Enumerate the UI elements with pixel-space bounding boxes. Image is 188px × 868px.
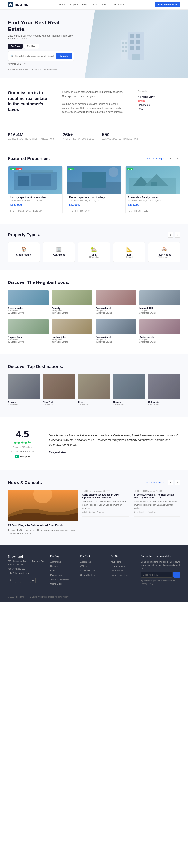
- dest-item-0[interactable]: Arizona 6 Properties: [8, 374, 40, 407]
- dest-item-4[interactable]: California 9 Properties: [148, 374, 180, 407]
- svg-rect-7: [136, 46, 140, 50]
- nav-home[interactable]: Home: [59, 3, 65, 6]
- svg-rect-5: [136, 40, 140, 44]
- footer-link[interactable]: Apartments: [80, 560, 105, 564]
- footer-link[interactable]: User's Guide: [50, 582, 74, 586]
- footer-link[interactable]: Retail Space: [111, 569, 135, 572]
- nbhd-item-6[interactable]: Bätzowviertel 3 Properties 45 Minutes Dr…: [96, 319, 136, 344]
- footer-link[interactable]: Terms & Conditions: [50, 578, 74, 581]
- property-card-2[interactable]: New Modern apartment on the bay 1202 San…: [66, 166, 122, 214]
- prev-arrow[interactable]: ‹: [168, 156, 173, 161]
- nbhd-item-1[interactable]: Beverly 5 Properties 40 Minutes Driving: [52, 290, 92, 315]
- news-meta-1: Administration 7 Views: [82, 511, 129, 514]
- newsletter-submit[interactable]: →: [173, 572, 180, 578]
- news-next[interactable]: ›: [175, 480, 180, 486]
- hero-image: [85, 9, 188, 79]
- property-meta-2: 🛏 2 For Rent 1983: [69, 208, 119, 212]
- newsletter-input[interactable]: [141, 572, 172, 578]
- news-see-all[interactable]: See All Articles ↗: [146, 481, 164, 484]
- dest-item-3[interactable]: Nevada 4 Properties: [113, 374, 145, 407]
- footer-link[interactable]: Commercial Office: [111, 574, 135, 577]
- footer-link[interactable]: Privacy Policy: [50, 574, 74, 577]
- dest-info-4: California 9 Properties: [148, 399, 180, 407]
- type-count-3: 1 Property: [116, 256, 142, 258]
- check-icon: ✓: [8, 68, 9, 70]
- footer-link[interactable]: Sports Centers: [80, 574, 105, 577]
- type-apartment[interactable]: 🏢 Apartment: [43, 242, 75, 262]
- footer-link[interactable]: Spaces Of City: [80, 569, 105, 572]
- see-reviews-link[interactable]: SEE ALL REVIEWS ON: [8, 451, 37, 453]
- featured-section: Featured Properties. See All Listing ↗ ‹…: [0, 146, 188, 224]
- news-date-1: TUTORIAL | November 20, 2021: [82, 490, 129, 492]
- site-logo[interactable]: finder land: [8, 2, 29, 7]
- news-prev[interactable]: ‹: [168, 480, 173, 486]
- facebook-icon[interactable]: f: [8, 578, 13, 583]
- tab-for-sale[interactable]: For Sale: [8, 44, 23, 49]
- footer-col-heading-0: For Buy: [50, 555, 74, 558]
- property-beds-2: 🛏 2: [69, 210, 73, 212]
- nav-contact[interactable]: Contact Us: [113, 3, 124, 6]
- badge-new-1: New: [9, 168, 16, 170]
- news-main-article[interactable]: 15 Best Blogs To Follow About Real Estat…: [8, 490, 78, 535]
- twitter-icon[interactable]: t: [15, 578, 21, 583]
- search-button[interactable]: Search: [56, 53, 72, 59]
- footer-grid: finder land 5171 Brynhurst Ave, Los Ange…: [8, 555, 180, 587]
- dest-name-4: California: [148, 401, 180, 403]
- property-address-1: 1070 Snake River, San Jose CA, 001: [10, 199, 60, 202]
- nav-blog[interactable]: Blog: [82, 3, 87, 6]
- nbhd-item-3[interactable]: Muswell Hill 4 Properties 20 Minutes Dri…: [139, 290, 180, 315]
- dest-item-1[interactable]: New York 8 Properties: [43, 374, 75, 407]
- type-name-1: Apartment: [46, 253, 72, 256]
- footer-link[interactable]: Offices: [80, 565, 105, 568]
- next-arrow[interactable]: ›: [175, 156, 180, 161]
- phone-button[interactable]: +359 566 56 96 98: [155, 2, 180, 7]
- nbhd-item-0[interactable]: Andersonvlle 2 Properties 60 Minutes Dri…: [8, 290, 49, 315]
- footer-link[interactable]: Apartments: [50, 560, 74, 564]
- property-card[interactable]: New Sale Luxury apartment ocean view 107…: [8, 166, 63, 214]
- nbhd-item-5[interactable]: Ura-Manjuke 2 Properties 30 Minutes Driv…: [52, 319, 92, 344]
- types-prev[interactable]: ‹: [168, 232, 173, 238]
- news-item-1[interactable]: TUTORIAL | November 20, 2021 Serie Shoph…: [82, 490, 129, 517]
- youtube-icon[interactable]: ▶: [30, 578, 36, 583]
- svg-rect-14: [122, 50, 124, 52]
- news-title: News & Consult.: [8, 480, 42, 485]
- tab-for-rent[interactable]: For Rent: [24, 44, 39, 49]
- news-meta-2: Administration 24 Views: [134, 511, 180, 514]
- type-townhouse[interactable]: 🏘️ Town House 13 Properties: [148, 242, 180, 262]
- dest-props-2: 2 Properties: [78, 403, 110, 406]
- nbhd-image-2: [96, 290, 136, 305]
- nav-pages[interactable]: Pages: [91, 3, 98, 6]
- dest-item-2[interactable]: Illinois 2 Properties: [78, 374, 110, 407]
- svg-rect-27: [151, 182, 157, 186]
- types-next[interactable]: ›: [175, 232, 180, 238]
- nbhd-item-2[interactable]: Bätzowviertel 3 Properties 55 Minutes Dr…: [96, 290, 136, 315]
- nbhd-image-5: [52, 319, 92, 334]
- property-card-3[interactable]: New Equestrian Family Home 920 Hands Dri…: [125, 166, 180, 214]
- svg-rect-28: [8, 374, 40, 399]
- search-tabs: For Sale For Rent: [8, 44, 74, 49]
- copyright: © 2021 Finderland — Real Estate WordPres…: [8, 596, 71, 598]
- trustpilot-badge[interactable]: ★ Trustpilot: [8, 455, 37, 459]
- nbhd-item-4[interactable]: Raynes Park 5 Properties 42 Minutes Driv…: [8, 319, 49, 344]
- nav-agents[interactable]: Agents: [102, 3, 109, 6]
- instagram-icon[interactable]: in: [23, 578, 28, 583]
- search-input[interactable]: [15, 55, 54, 58]
- dest-title: Discover Top Destinations.: [8, 364, 63, 369]
- footer-link[interactable]: Land: [50, 569, 74, 572]
- type-lot[interactable]: 📐 Lot 1 Property: [113, 242, 145, 262]
- footer-link[interactable]: Your Apartment: [111, 565, 135, 568]
- nbhd-item-7[interactable]: Andersonvlle 6 Properties 20 Minutes Dri…: [139, 319, 180, 344]
- footer-sell-col: For SellYour HomeYour ApartmentRetail Sp…: [111, 555, 135, 587]
- search-box: 🔍 Search: [8, 51, 74, 61]
- type-single-family[interactable]: 🏠 Single Family: [8, 242, 40, 262]
- nbhd-info-5: Ura-Manjuke 2 Properties 30 Minutes Driv…: [52, 334, 92, 344]
- testimonial-content: "As a buyer in a busy market where every…: [49, 433, 180, 454]
- nav-property[interactable]: Property: [70, 3, 78, 6]
- see-all-link[interactable]: See All Listing ↗: [147, 157, 164, 160]
- type-villa[interactable]: 🏡 Villa 3 Properties: [78, 242, 110, 262]
- advance-search-link[interactable]: Advance Search ▾: [8, 62, 74, 65]
- news-secondary-col1: TUTORIAL | November 20, 2021 Serie Shoph…: [82, 490, 129, 535]
- footer-link[interactable]: Houses: [50, 565, 74, 568]
- footer-link[interactable]: Your Home: [111, 560, 135, 564]
- news-item-2[interactable]: UP IN TECH | November 20, 2021 5 Tools E…: [134, 490, 180, 517]
